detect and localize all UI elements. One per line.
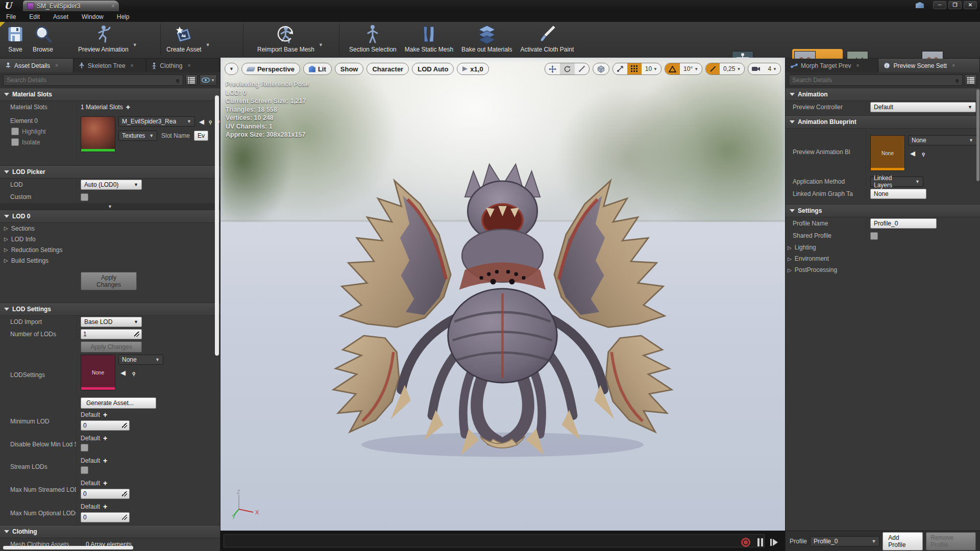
- environment-label[interactable]: Environment: [795, 255, 829, 262]
- build-settings-label[interactable]: Build Settings: [11, 257, 48, 264]
- section-expander[interactable]: ▼: [0, 203, 220, 210]
- tab-skeleton-tree[interactable]: Skeleton Tree×: [74, 59, 147, 72]
- collapsed-caret-icon[interactable]: ▷: [788, 256, 792, 262]
- evil-spider-mesh[interactable]: [241, 115, 764, 472]
- browse-to-asset-icon[interactable]: ⌕: [919, 149, 928, 159]
- menu-help[interactable]: Help: [117, 13, 130, 20]
- collapsed-caret-icon[interactable]: ▷: [4, 258, 8, 263]
- show-button[interactable]: Show: [335, 63, 364, 75]
- collapsed-caret-icon[interactable]: ▷: [788, 245, 792, 251]
- search-details-field[interactable]: ⌕: [789, 74, 963, 86]
- restore-button[interactable]: ❐: [948, 1, 962, 9]
- remove-profile-button[interactable]: Remove Profile: [926, 532, 976, 550]
- tab-preview-scene-settings[interactable]: i Preview Scene Sett×: [878, 59, 980, 72]
- section-settings[interactable]: Settings: [786, 204, 980, 217]
- record-button[interactable]: [741, 538, 750, 547]
- apply-changes-button[interactable]: Apply Changes: [81, 272, 137, 290]
- lighting-label[interactable]: Lighting: [795, 244, 816, 251]
- isolate-checkbox[interactable]: [11, 138, 19, 146]
- add-override-icon[interactable]: +: [103, 479, 107, 487]
- perspective-button[interactable]: Perspective: [241, 63, 300, 75]
- menu-edit[interactable]: Edit: [29, 13, 40, 20]
- translate-tool-button[interactable]: [545, 63, 560, 75]
- use-selected-arrow-icon[interactable]: ◀: [199, 118, 204, 126]
- display-mode-button[interactable]: [185, 74, 198, 86]
- drag-grip-icon[interactable]: [122, 491, 127, 496]
- menu-window[interactable]: Window: [82, 13, 104, 20]
- scale-snap-button[interactable]: [706, 63, 720, 75]
- menu-file[interactable]: File: [6, 13, 16, 20]
- use-selected-arrow-icon[interactable]: ◀: [120, 369, 126, 378]
- tab-close-icon[interactable]: ×: [856, 63, 860, 68]
- preview-animation-dropdown-icon[interactable]: ▼: [133, 42, 137, 47]
- pause-button[interactable]: [757, 538, 763, 546]
- shared-profile-checkbox[interactable]: [870, 232, 878, 240]
- tab-close-icon[interactable]: ×: [55, 63, 58, 68]
- apply-changes-button-disabled[interactable]: Apply Changes: [81, 341, 142, 353]
- create-asset-dropdown-icon[interactable]: ▼: [206, 42, 210, 47]
- section-material-slots[interactable]: Material Slots: [0, 88, 220, 101]
- character-button[interactable]: Character: [366, 63, 409, 75]
- highlight-checkbox[interactable]: [11, 128, 19, 135]
- section-clothing[interactable]: Clothing: [0, 525, 220, 538]
- search-details-field[interactable]: ⌕: [3, 74, 183, 86]
- coordinate-space-button[interactable]: [593, 63, 609, 75]
- left-panel-vertical-scrollbar[interactable]: [215, 95, 219, 356]
- lit-button[interactable]: Lit: [303, 63, 332, 75]
- grid-snap-button[interactable]: [627, 63, 642, 75]
- make-static-mesh-button[interactable]: Make Static Mesh: [401, 23, 457, 53]
- snap-toggle-button[interactable]: [613, 63, 627, 75]
- add-material-slot-icon[interactable]: +: [126, 103, 130, 111]
- generate-asset-button[interactable]: Generate Asset...: [81, 397, 156, 409]
- reimport-base-mesh-button[interactable]: Reimport Base Mesh: [253, 23, 318, 53]
- lod-dropdown[interactable]: Auto (LOD0)▼: [81, 180, 142, 190]
- preview-controller-dropdown[interactable]: Default▼: [870, 102, 976, 112]
- angle-snap-button[interactable]: [665, 63, 680, 75]
- browse-to-asset-icon[interactable]: ⌕: [129, 369, 138, 378]
- tab-morph-target-preview[interactable]: Morph Target Prev×: [786, 59, 878, 72]
- menu-asset[interactable]: Asset: [53, 13, 68, 20]
- slot-name-field[interactable]: Ev: [194, 131, 208, 141]
- section-selection-button[interactable]: Section Selection: [345, 23, 401, 53]
- collapsed-caret-icon[interactable]: ▷: [4, 226, 8, 231]
- lodsettings-dropdown[interactable]: None▼: [118, 355, 163, 365]
- scale-snap-value-dropdown[interactable]: 0,25▼: [720, 63, 744, 75]
- step-forward-button[interactable]: [770, 539, 778, 546]
- material-thumbnail[interactable]: [81, 116, 115, 152]
- right-panel-vertical-scrollbar[interactable]: [976, 89, 979, 181]
- add-override-icon[interactable]: +: [103, 434, 107, 442]
- timeline-track[interactable]: [224, 534, 765, 547]
- viewport-scene[interactable]: ▼ Perspective Lit Show Character LOD Aut…: [220, 58, 785, 531]
- viewport-options-button[interactable]: ▼: [225, 63, 238, 75]
- browse-button[interactable]: Browse: [29, 23, 57, 53]
- add-override-icon[interactable]: +: [103, 457, 107, 465]
- grid-snap-value-dropdown[interactable]: 10▼: [642, 63, 661, 75]
- linked-anim-graph-field[interactable]: None: [870, 189, 926, 199]
- minimum-lod-spinner[interactable]: 0: [81, 420, 130, 431]
- section-animation[interactable]: Animation: [786, 88, 980, 101]
- lod-import-dropdown[interactable]: Base LOD▼: [81, 317, 142, 327]
- activate-cloth-paint-button[interactable]: Activate Cloth Paint: [517, 23, 578, 53]
- display-mode-button[interactable]: [965, 74, 977, 86]
- collapsed-caret-icon[interactable]: ▷: [788, 267, 792, 273]
- preview-animation-button[interactable]: Preview Animation: [74, 23, 133, 53]
- view-options-button[interactable]: ▼: [200, 74, 217, 86]
- lodsettings-thumbnail[interactable]: None: [81, 355, 115, 390]
- tab-close-icon[interactable]: ×: [952, 63, 955, 68]
- profile-name-field[interactable]: Profile_0: [870, 218, 937, 229]
- left-panel-horizontal-scrollbar[interactable]: [3, 546, 133, 549]
- lod-info-label[interactable]: LOD Info: [11, 236, 36, 243]
- use-selected-arrow-icon[interactable]: ◀: [910, 149, 915, 158]
- drag-grip-icon[interactable]: [122, 423, 127, 428]
- tab-close-icon[interactable]: ×: [131, 63, 134, 68]
- rotate-tool-button[interactable]: [560, 63, 575, 75]
- section-lod-picker[interactable]: LOD Picker: [0, 165, 220, 179]
- playback-speed-button[interactable]: x1,0: [457, 63, 488, 75]
- reimport-dropdown-icon[interactable]: ▼: [318, 42, 323, 47]
- add-override-icon[interactable]: +: [103, 411, 107, 419]
- disable-below-min-lod-checkbox[interactable]: [81, 444, 88, 452]
- drag-grip-icon[interactable]: [122, 515, 127, 520]
- stream-lods-checkbox[interactable]: [81, 466, 88, 474]
- tab-clothing[interactable]: Clothing×: [146, 59, 220, 72]
- tab-close-icon[interactable]: ×: [111, 3, 115, 10]
